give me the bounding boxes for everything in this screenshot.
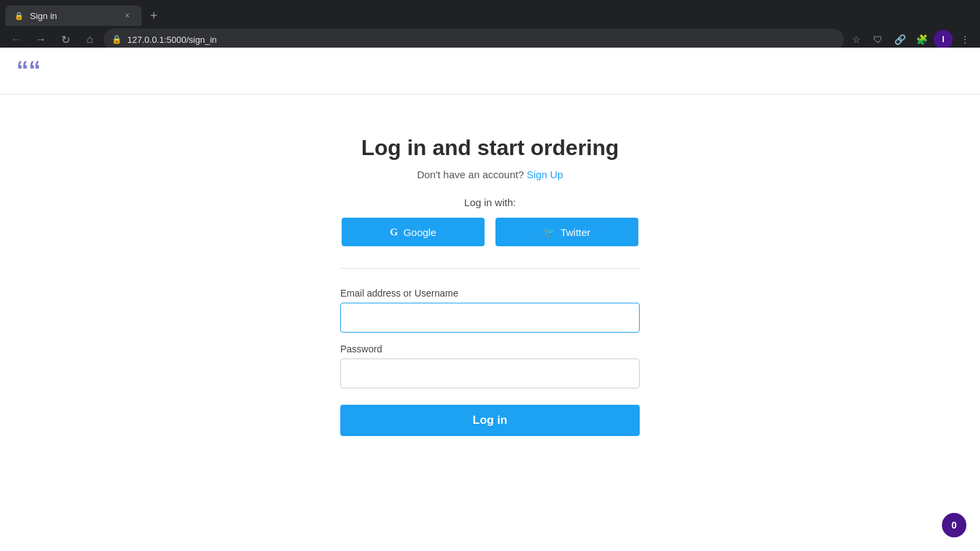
password-form-group: Password xyxy=(340,344,640,388)
no-account-text: Don't have an account? xyxy=(417,169,524,180)
extension-btn-1[interactable]: 🛡 xyxy=(868,30,887,49)
login-with-label: Log in with: xyxy=(464,197,516,208)
browser-chrome: 🔒 Sign in × + ← → ↻ ⌂ 🔒 127.0.0.1:5000/s… xyxy=(0,0,980,48)
divider xyxy=(340,268,640,269)
signup-link[interactable]: Sign Up xyxy=(527,169,563,180)
email-form-group: Email address or Username xyxy=(340,288,640,333)
tab-favicon: 🔒 xyxy=(14,10,24,21)
main-container: Log in and start ordering Don't have an … xyxy=(0,95,980,436)
password-input[interactable] xyxy=(340,358,640,388)
signup-prompt: Don't have an account? Sign Up xyxy=(417,169,564,180)
extension-btn-2[interactable]: 🔗 xyxy=(890,30,909,49)
lock-icon: 🔒 xyxy=(112,35,122,44)
email-input[interactable] xyxy=(340,303,640,333)
email-label: Email address or Username xyxy=(340,288,640,299)
active-tab[interactable]: 🔒 Sign in × xyxy=(5,5,142,26)
google-icon: G xyxy=(390,227,398,238)
nav-actions: ☆ 🛡 🔗 🧩 I ⋮ xyxy=(847,30,975,49)
new-tab-button[interactable]: + xyxy=(144,6,163,25)
extension-btn-3[interactable]: 🧩 xyxy=(912,30,931,49)
page-title: Log in and start ordering xyxy=(361,135,619,161)
tab-close-button[interactable]: × xyxy=(121,10,133,22)
tab-bar: 🔒 Sign in × + xyxy=(0,0,980,26)
menu-button[interactable]: ⋮ xyxy=(956,30,975,49)
password-label: Password xyxy=(340,344,640,354)
profile-button[interactable]: I xyxy=(934,30,953,49)
login-button[interactable]: Log in xyxy=(340,405,640,436)
tab-title: Sign in xyxy=(30,11,116,21)
site-header: ““ xyxy=(0,48,980,95)
page-content: ““ Log in and start ordering Don't have … xyxy=(0,48,980,551)
bottom-badge: 0 xyxy=(942,513,966,537)
google-button-label: Google xyxy=(404,227,436,238)
bookmark-button[interactable]: ☆ xyxy=(847,30,866,49)
twitter-login-button[interactable]: 🐦 Twitter xyxy=(495,218,638,246)
oauth-buttons: G Google 🐦 Twitter xyxy=(342,218,638,246)
url-text: 127.0.0.1:5000/sign_in xyxy=(127,35,836,45)
site-logo: ““ xyxy=(16,59,964,83)
google-login-button[interactable]: G Google xyxy=(342,218,485,246)
twitter-button-label: Twitter xyxy=(560,227,590,238)
twitter-icon: 🐦 xyxy=(543,227,555,237)
